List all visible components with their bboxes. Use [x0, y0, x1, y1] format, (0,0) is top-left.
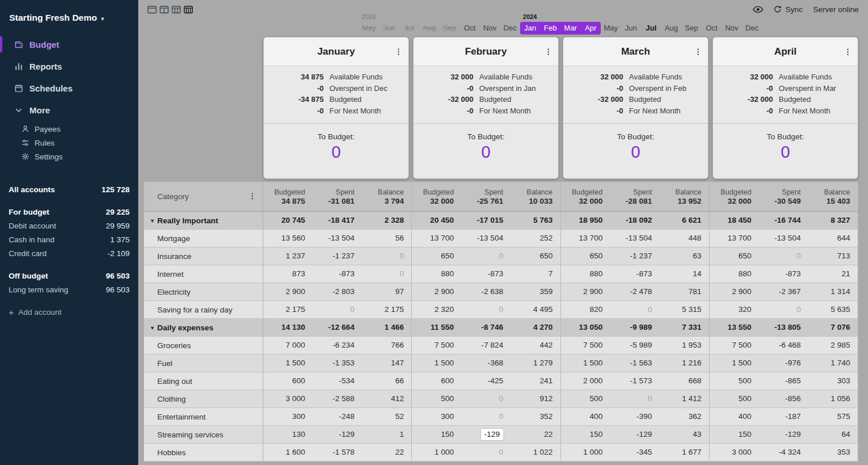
category-name-cell[interactable]: Streaming services [144, 426, 263, 443]
balance-cell[interactable]: 1 677 [659, 444, 709, 461]
category-name-cell[interactable]: Insurance [144, 247, 263, 265]
spent-cell[interactable]: -12 664 [313, 319, 362, 336]
account-item-all-accounts[interactable]: All accounts125 728 [0, 182, 138, 196]
balance-cell[interactable]: 0 [362, 265, 412, 283]
month-nav-2023-oct[interactable]: Oct [460, 22, 480, 35]
spent-cell[interactable]: -976 [759, 355, 809, 372]
budgeted-cell[interactable]: 650 [412, 247, 461, 265]
spent-cell[interactable]: -873 [610, 265, 659, 283]
month-nav-2023-nov[interactable]: Nov [480, 22, 500, 35]
balance-cell[interactable]: 359 [511, 283, 560, 300]
balance-cell[interactable]: 21 [808, 265, 858, 283]
spent-cell[interactable]: -129 [759, 426, 809, 443]
spent-cell[interactable]: -2 478 [610, 283, 659, 300]
budgeted-cell[interactable]: 7 000 [263, 337, 313, 354]
budgeted-cell[interactable]: 650 [710, 247, 759, 265]
spent-cell[interactable]: -856 [759, 390, 809, 407]
to-budget-value[interactable]: 0 [331, 143, 340, 162]
category-name-cell[interactable]: Internet [144, 265, 263, 283]
spent-cell[interactable]: -13 805 [759, 319, 809, 336]
spent-cell[interactable]: -8 746 [461, 319, 511, 336]
budgeted-cell[interactable]: 2 175 [263, 301, 313, 318]
account-item-off-budget[interactable]: Off budget96 503 [0, 269, 138, 283]
category-name-cell[interactable]: Eating out [144, 372, 263, 390]
balance-cell[interactable]: 1 [362, 426, 412, 443]
category-name-cell[interactable]: Hobbies [144, 444, 263, 461]
balance-cell[interactable]: 448 [659, 230, 709, 247]
balance-cell[interactable]: 7 331 [659, 319, 709, 336]
budgeted-cell[interactable]: 400 [710, 408, 759, 425]
spent-cell[interactable]: -18 092 [610, 212, 659, 229]
balance-cell[interactable]: 66 [362, 372, 412, 390]
spent-cell[interactable]: -7 824 [461, 337, 511, 354]
spent-cell[interactable]: -1 353 [313, 355, 362, 372]
category-name-cell[interactable]: ▾Really Important [144, 212, 263, 229]
balance-cell[interactable]: 575 [808, 408, 858, 425]
balance-cell[interactable]: 668 [659, 372, 709, 390]
sidebar-item-settings[interactable]: Settings [0, 150, 138, 163]
budgeted-cell[interactable]: 13 050 [561, 319, 611, 336]
budgeted-cell[interactable]: 1 600 [263, 444, 313, 461]
balance-cell[interactable]: 52 [362, 408, 412, 425]
budgeted-cell[interactable]: 13 550 [710, 319, 759, 336]
sidebar-item-schedules[interactable]: Schedules [0, 78, 138, 98]
balance-cell[interactable]: 353 [808, 444, 858, 461]
budgeted-cell[interactable]: 2 900 [412, 283, 461, 300]
month-nav-2024-oct[interactable]: Oct [702, 22, 722, 35]
balance-cell[interactable]: 713 [808, 247, 858, 265]
spent-cell[interactable]: 0 [461, 444, 511, 461]
spent-cell[interactable]: 0 [610, 390, 659, 407]
spent-cell[interactable]: -5 989 [610, 337, 659, 354]
budgeted-cell[interactable]: 2 900 [561, 283, 611, 300]
budgeted-cell[interactable]: 300 [412, 408, 461, 425]
budgeted-cell[interactable]: 880 [710, 265, 759, 283]
balance-cell[interactable]: 2 175 [362, 301, 412, 318]
budgeted-cell[interactable]: 600 [412, 372, 461, 390]
account-item-cash-in-hand[interactable]: Cash in hand1 375 [0, 232, 138, 246]
balance-cell[interactable]: 1 953 [659, 337, 709, 354]
budgeted-cell[interactable]: 1 000 [412, 444, 461, 461]
spent-cell[interactable]: 0 [461, 301, 511, 318]
category-name-cell[interactable]: Electricity [144, 283, 263, 300]
budgeted-cell[interactable]: 18 450 [710, 212, 759, 229]
budgeted-cell[interactable]: 2 900 [710, 283, 759, 300]
balance-cell[interactable]: 912 [511, 390, 560, 407]
budgeted-cell[interactable]: 7 500 [561, 337, 611, 354]
spent-cell[interactable]: -9 989 [610, 319, 659, 336]
spent-cell[interactable]: -534 [313, 372, 362, 390]
balance-cell[interactable]: 644 [808, 230, 858, 247]
budgeted-cell[interactable]: 650 [561, 247, 611, 265]
month-menu-icon[interactable] [395, 37, 404, 66]
category-name-cell[interactable]: ▾Daily expenses [144, 319, 263, 336]
to-budget-value[interactable]: 0 [780, 143, 790, 162]
category-name-cell[interactable]: Entertainment [144, 408, 263, 425]
balance-cell[interactable]: 0 [362, 247, 412, 265]
balance-cell[interactable]: 442 [511, 337, 560, 354]
month-menu-icon[interactable] [544, 37, 554, 66]
balance-cell[interactable]: 56 [362, 230, 412, 247]
balance-cell[interactable]: 6 621 [659, 212, 709, 229]
balance-cell[interactable]: 5 635 [808, 301, 858, 318]
budgeted-cell[interactable]: 300 [263, 408, 313, 425]
balance-cell[interactable]: 1 216 [659, 355, 709, 372]
balance-cell[interactable]: 97 [362, 283, 412, 300]
balance-cell[interactable]: 5 763 [511, 212, 560, 229]
spent-cell[interactable]: 0 [461, 247, 511, 265]
spent-cell[interactable]: -873 [759, 265, 809, 283]
month-menu-icon[interactable] [844, 37, 853, 66]
balance-cell[interactable]: 4 495 [511, 301, 560, 318]
balance-cell[interactable]: 1 022 [511, 444, 560, 461]
to-budget-value[interactable]: 0 [481, 143, 490, 162]
spent-cell[interactable]: -129 [461, 426, 511, 443]
spent-cell[interactable]: -2 588 [313, 390, 362, 407]
month-nav-2024-apr[interactable]: Apr [581, 22, 601, 35]
budgeted-cell[interactable]: 150 [412, 426, 461, 443]
account-item-credit-card[interactable]: Credit card-2 109 [0, 246, 138, 260]
budgeted-cell[interactable]: 1 500 [263, 355, 313, 372]
add-account-button[interactable]: + Add account [0, 305, 138, 319]
category-menu-icon[interactable] [248, 192, 257, 201]
editing-cell-input[interactable]: -129 [481, 429, 503, 440]
balance-cell[interactable]: 5 315 [659, 301, 709, 318]
balance-cell[interactable]: 1 314 [808, 283, 858, 300]
balance-cell[interactable]: 781 [659, 283, 709, 300]
